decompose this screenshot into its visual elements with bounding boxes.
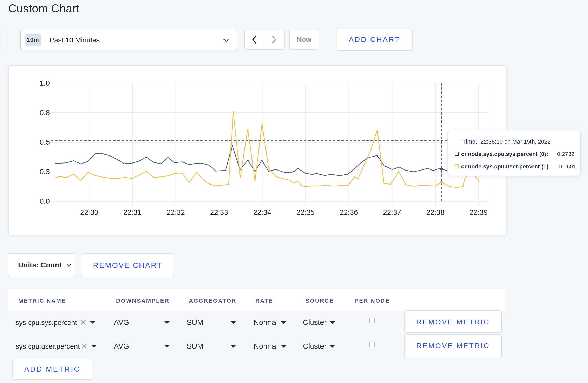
svg-text:22:32: 22:32 bbox=[167, 208, 185, 216]
svg-text:22:33: 22:33 bbox=[210, 208, 228, 216]
svg-text:22:34: 22:34 bbox=[253, 208, 271, 216]
svg-text:0.8: 0.8 bbox=[40, 109, 50, 117]
svg-text:22:36: 22:36 bbox=[340, 208, 358, 216]
svg-text:0.3: 0.3 bbox=[40, 168, 50, 176]
svg-text:22:38: 22:38 bbox=[426, 208, 444, 216]
svg-text:22:37: 22:37 bbox=[383, 208, 401, 216]
svg-text:1.0: 1.0 bbox=[40, 79, 50, 87]
svg-text:22:30: 22:30 bbox=[80, 208, 98, 216]
svg-text:0.0: 0.0 bbox=[40, 197, 50, 205]
svg-text:22:31: 22:31 bbox=[123, 208, 142, 216]
svg-text:22:39: 22:39 bbox=[470, 208, 488, 216]
svg-text:0.5: 0.5 bbox=[40, 138, 50, 146]
svg-text:22:35: 22:35 bbox=[296, 208, 314, 216]
